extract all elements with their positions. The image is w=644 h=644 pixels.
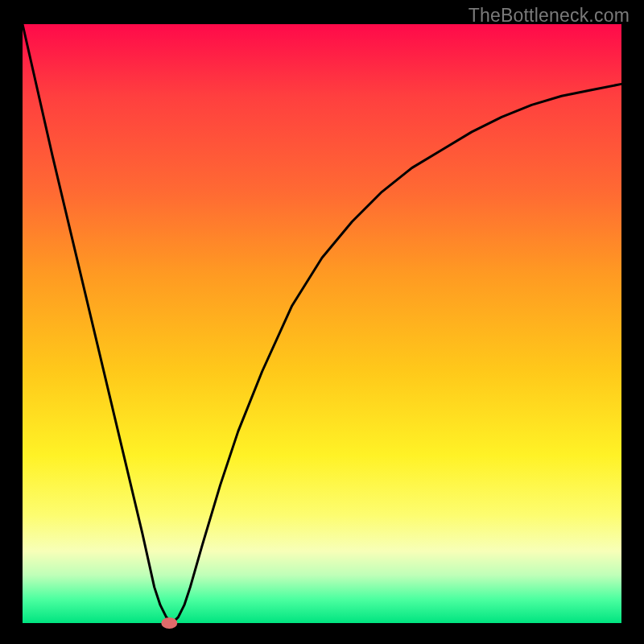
- watermark-label: TheBottleneck.com: [469, 5, 630, 27]
- chart-area: [23, 24, 621, 623]
- chart-svg: [23, 24, 621, 623]
- bottleneck-curve: [23, 24, 621, 623]
- optimal-point-marker: [161, 617, 177, 629]
